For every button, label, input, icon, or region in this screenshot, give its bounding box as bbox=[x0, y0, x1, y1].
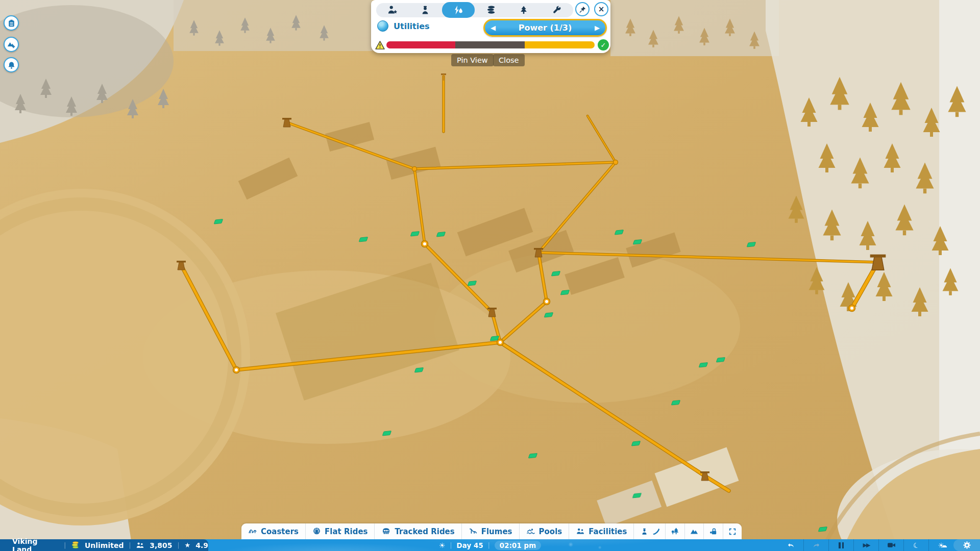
selected-mode-label: Power (1/3) bbox=[519, 23, 572, 33]
tab-money[interactable] bbox=[475, 3, 507, 17]
flumes-button[interactable]: Flumes bbox=[461, 523, 519, 539]
money-value: Unlimited bbox=[85, 541, 124, 549]
pause-button[interactable] bbox=[828, 539, 853, 551]
tools-toolbar bbox=[647, 523, 742, 539]
close-icon: × bbox=[598, 5, 605, 14]
utilities-sphere-icon bbox=[377, 20, 388, 32]
power-water-icon bbox=[453, 5, 464, 16]
button-label: Coasters bbox=[261, 527, 299, 536]
ferris-wheel-icon bbox=[312, 527, 321, 536]
staff-person-icon bbox=[641, 528, 648, 536]
close-view-button[interactable]: Close bbox=[493, 54, 525, 66]
tab-scenery[interactable] bbox=[507, 3, 540, 17]
trees-icon bbox=[671, 527, 679, 536]
facilities-button[interactable]: Facilities bbox=[569, 523, 633, 539]
game-screen: × Utilities ◀ Power (1/3) ▶ ✓ Pin View C… bbox=[0, 0, 980, 551]
warning-icon bbox=[375, 41, 385, 49]
power-node-joint bbox=[412, 167, 417, 171]
heatmap-panel: × Utilities ◀ Power (1/3) ▶ ✓ bbox=[371, 0, 610, 53]
heatmap-tab-bar bbox=[376, 3, 573, 17]
button-label: Flumes bbox=[481, 527, 512, 536]
notifications-button[interactable] bbox=[4, 57, 19, 72]
power-node-joint bbox=[614, 160, 618, 165]
button-label: Flat Rides bbox=[325, 527, 368, 536]
playback-controls: ▶▶ ☾ ☀ ☁ bbox=[778, 539, 980, 551]
star-icon: ★ bbox=[185, 541, 191, 549]
objectives-button[interactable] bbox=[4, 15, 19, 31]
tree-icon bbox=[519, 5, 529, 15]
gear-icon bbox=[963, 541, 971, 549]
tracked-rides-button[interactable]: Tracked Rides bbox=[374, 523, 461, 539]
fast-forward-icon: ▶▶ bbox=[863, 542, 870, 548]
settings-button[interactable] bbox=[953, 539, 980, 551]
moon-icon: ☾ bbox=[912, 540, 920, 550]
money-coins-icon bbox=[71, 541, 80, 549]
close-panel-button[interactable]: × bbox=[594, 2, 608, 16]
redo-icon bbox=[812, 542, 820, 549]
guest-star-icon bbox=[387, 5, 398, 16]
weather-sun-icon: ☀ bbox=[439, 541, 446, 549]
status-bar: Viking Land | Unlimited | 3,805 | ★ 4.9 … bbox=[0, 539, 980, 551]
pin-view-button[interactable]: Pin View bbox=[451, 54, 494, 66]
date-time: ☀ | Day 45 | 02:01 pm bbox=[439, 539, 541, 551]
facilities-icon bbox=[576, 527, 585, 536]
day-counter: Day 45 bbox=[457, 541, 483, 549]
ok-icon: ✓ bbox=[598, 39, 609, 51]
coaster-icon bbox=[248, 527, 257, 536]
button-label: Pools bbox=[539, 527, 562, 536]
night-mode-button[interactable]: ☾ bbox=[903, 539, 928, 551]
power-node-dot bbox=[497, 339, 504, 346]
coasters-button[interactable]: Coasters bbox=[241, 523, 305, 539]
prev-mode-arrow[interactable]: ◀ bbox=[485, 24, 501, 32]
expand-icon bbox=[728, 528, 737, 536]
camera-button[interactable] bbox=[878, 539, 903, 551]
redo-button[interactable] bbox=[803, 539, 828, 551]
scenario-button[interactable] bbox=[4, 37, 19, 52]
staff-icon bbox=[420, 5, 430, 15]
power-node-dot bbox=[233, 367, 240, 373]
pools-button[interactable]: Pools bbox=[519, 523, 569, 539]
next-mode-arrow[interactable]: ▶ bbox=[589, 24, 605, 32]
wrench-icon bbox=[552, 5, 562, 15]
undo-icon bbox=[787, 542, 795, 549]
button-label: Facilities bbox=[589, 527, 627, 536]
category-label: Utilities bbox=[394, 21, 430, 31]
power-node-dot bbox=[544, 298, 550, 305]
terrain-button[interactable] bbox=[684, 523, 703, 539]
clipboard-icon bbox=[8, 19, 15, 27]
tram-icon bbox=[381, 527, 391, 536]
tab-utilities[interactable] bbox=[442, 2, 475, 18]
undo-button[interactable] bbox=[778, 539, 803, 551]
path-ramp-icon bbox=[652, 527, 660, 536]
mountain-plus-icon bbox=[7, 40, 15, 48]
money-icon bbox=[485, 5, 497, 16]
nature-button[interactable] bbox=[665, 523, 684, 539]
weather-icon: ☀ ☁ bbox=[938, 541, 945, 549]
button-label: Tracked Rides bbox=[395, 527, 454, 536]
weather-button[interactable]: ☀ ☁ bbox=[928, 539, 953, 551]
camera-icon bbox=[887, 542, 896, 548]
fast-forward-button[interactable]: ▶▶ bbox=[853, 539, 878, 551]
tab-staff[interactable] bbox=[409, 3, 442, 17]
power-node-dot bbox=[849, 305, 855, 312]
park-summary: Viking Land | Unlimited | 3,805 | ★ 4.9 bbox=[0, 539, 208, 551]
clock: 02:01 pm bbox=[495, 541, 541, 550]
power-node-dot bbox=[422, 241, 428, 247]
flume-icon bbox=[469, 527, 478, 536]
tab-maintenance[interactable] bbox=[541, 3, 573, 17]
park-viewport[interactable] bbox=[0, 0, 980, 551]
flat-rides-button[interactable]: Flat Rides bbox=[305, 523, 374, 539]
park-name: Viking Land bbox=[12, 537, 59, 551]
pin-icon bbox=[579, 6, 586, 13]
park-management-button[interactable] bbox=[703, 523, 722, 539]
fullscreen-button[interactable] bbox=[723, 523, 742, 539]
tab-guests[interactable] bbox=[376, 3, 409, 17]
lock-icon bbox=[709, 527, 718, 536]
guests-icon bbox=[136, 542, 144, 549]
mountains-icon bbox=[690, 527, 699, 536]
swimmer-icon bbox=[526, 527, 535, 536]
pin-panel-button[interactable] bbox=[575, 2, 590, 16]
bell-icon bbox=[8, 61, 15, 69]
park-rating: 4.9 bbox=[195, 541, 208, 549]
legend-gradient-bar bbox=[386, 41, 595, 48]
